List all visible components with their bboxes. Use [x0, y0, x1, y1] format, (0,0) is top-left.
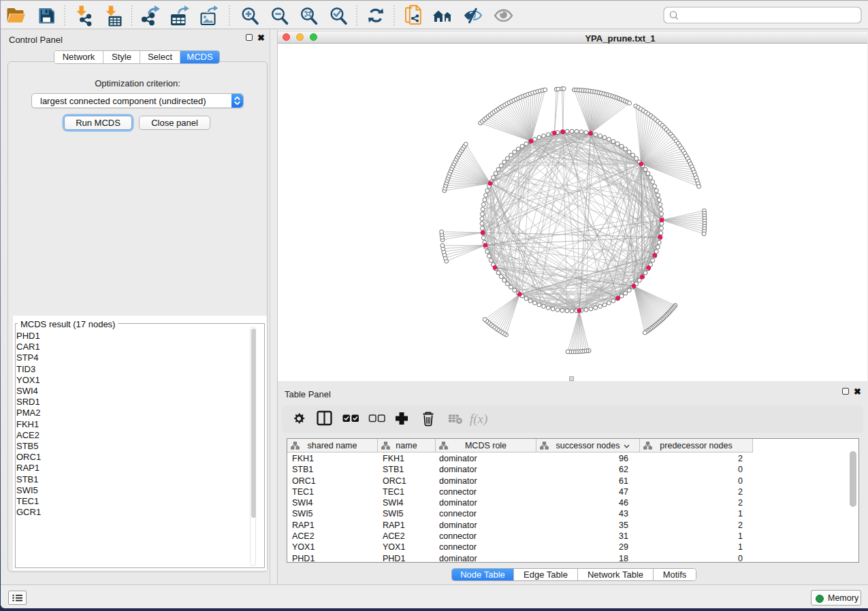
- svg-text:f(x): f(x): [470, 412, 487, 427]
